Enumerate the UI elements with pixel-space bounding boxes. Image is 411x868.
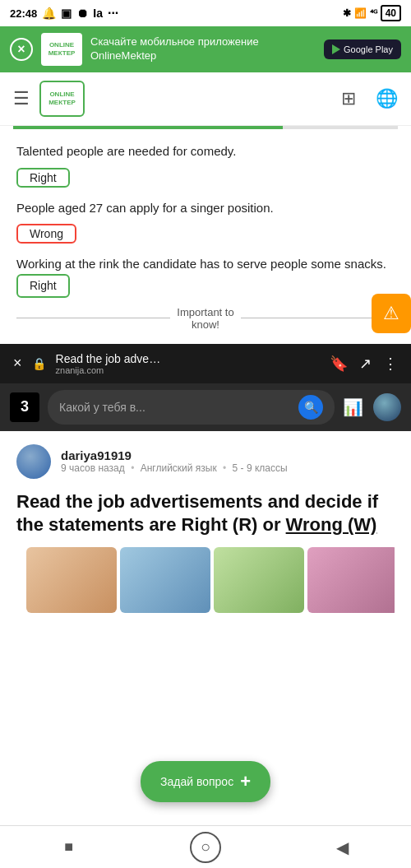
important-section: Important to know! ⚠ xyxy=(16,306,395,331)
nav-back-button[interactable]: ◀ xyxy=(326,831,358,864)
bookmark-icon[interactable]: 🔖 xyxy=(330,355,348,373)
underline-word: Wrong (W) xyxy=(286,514,377,535)
user-info-row: dariya91919 9 часов назад • Английский я… xyxy=(16,444,395,479)
analytics-icon[interactable]: 📊 xyxy=(343,397,363,417)
more-icon: ··· xyxy=(108,6,118,21)
hamburger-icon[interactable]: ☰ xyxy=(13,88,30,109)
strip-image-2 xyxy=(120,547,210,613)
strip-image-1 xyxy=(26,547,117,613)
left-line xyxy=(16,318,170,318)
dot-separator-2: • xyxy=(223,462,226,474)
strip-image-4 xyxy=(307,547,395,613)
square-icon: ■ xyxy=(64,838,73,856)
search-icon: 🔍 xyxy=(304,401,318,414)
nav-home-button[interactable]: ○ xyxy=(190,832,221,863)
question-title: Read the job advertisements and decide i… xyxy=(16,490,395,537)
tab-info: Read the job adve… znanija.com xyxy=(56,352,320,375)
user-details: dariya91919 9 часов назад • Английский я… xyxy=(61,448,395,474)
page-content: dariya91919 9 часов назад • Английский я… xyxy=(0,431,411,633)
answer-badge-1[interactable]: Right xyxy=(16,168,70,188)
circle-icon: ○ xyxy=(201,838,210,856)
answer-badge-2[interactable]: Wrong xyxy=(16,224,76,244)
answer-badge-3[interactable]: Right xyxy=(16,274,70,298)
logo-3: 3 xyxy=(10,392,39,422)
search-button[interactable]: 🔍 xyxy=(298,395,323,420)
statement-3: Working at the rink the candidate has to… xyxy=(16,255,395,298)
image-strip xyxy=(16,541,395,620)
signal-icon: 📶 xyxy=(354,7,367,19)
tab-action-icons: 🔖 ↗ ⋮ xyxy=(330,355,398,373)
strip-image-3 xyxy=(214,547,304,613)
tab-title: Read the job adve… xyxy=(56,352,320,365)
app-download-banner: × ONLINE МЕКТEP Скачайте мобильное прило… xyxy=(0,26,411,72)
search-input-placeholder: Какой у тебя в... xyxy=(59,401,292,414)
statement-2: People aged 27 can apply for a singer po… xyxy=(16,199,395,218)
nav-logo[interactable]: ONLINE МЕКТEP xyxy=(39,81,85,117)
play-triangle-icon xyxy=(332,44,340,54)
user-avatar xyxy=(16,444,51,479)
tab-close-button[interactable]: × xyxy=(13,355,22,372)
screen-icon: ▣ xyxy=(61,7,72,20)
ask-question-fab[interactable]: Задай вопрос + xyxy=(141,761,270,802)
back-icon: ◀ xyxy=(336,838,349,857)
data-icon: Ia xyxy=(93,7,103,20)
network-icon: ⁴ᴳ xyxy=(370,8,377,19)
avatar[interactable] xyxy=(373,393,401,421)
browser-tab-bar: × 🔒 Read the job adve… znanija.com 🔖 ↗ ⋮ xyxy=(0,344,411,383)
globe-icon[interactable]: 🌐 xyxy=(376,88,398,109)
dot-separator: • xyxy=(131,462,134,474)
banner-close-button[interactable]: × xyxy=(10,38,33,61)
tab-domain: znanija.com xyxy=(56,365,320,375)
share-icon[interactable]: ↗ xyxy=(359,355,372,373)
subject: Английский язык xyxy=(141,462,217,474)
grid-icon[interactable]: ⊞ xyxy=(341,88,356,109)
warning-fab-button[interactable]: ⚠ xyxy=(372,294,411,333)
banner-logo: ONLINE МЕКТEP xyxy=(41,33,82,66)
google-play-button[interactable]: Google Play xyxy=(324,39,401,59)
warning-triangle-icon: ⚠ xyxy=(383,303,399,324)
statement-1: Talented people are needed for comedy. xyxy=(16,142,395,161)
search-bar: 3 Какой у тебя в... 🔍 📊 xyxy=(0,383,411,431)
status-bar: 22:48 🔔 ▣ ⏺ Ia ··· ✱ 📶 ⁴ᴳ 40 xyxy=(0,0,411,26)
banner-text: Скачайте мобильное приложение OnlineMekt… xyxy=(90,35,316,63)
battery-display: 40 xyxy=(381,5,401,21)
time-display: 22:48 xyxy=(10,7,37,20)
record-icon: ⏺ xyxy=(76,7,88,20)
username: dariya91919 xyxy=(61,448,395,462)
user-meta: 9 часов назад • Английский язык • 5 - 9 … xyxy=(61,462,395,474)
avatar-image xyxy=(373,393,401,421)
search-input-box[interactable]: Какой у тебя в... 🔍 xyxy=(48,390,335,425)
search-bar-icons: 📊 xyxy=(343,393,401,421)
important-text: Important to know! xyxy=(170,306,240,331)
lock-icon: 🔒 xyxy=(32,357,46,370)
menu-icon[interactable]: ⋮ xyxy=(383,355,398,373)
level: 5 - 9 классы xyxy=(233,462,288,474)
fab-label: Задай вопрос xyxy=(160,775,233,788)
time-ago: 9 часов назад xyxy=(61,462,125,474)
bluetooth-icon: ✱ xyxy=(343,7,351,19)
bottom-nav: ■ ○ ◀ xyxy=(0,825,411,868)
navigation-bar: ☰ ONLINE МЕКТEP ⊞ 🌐 xyxy=(0,72,411,126)
fab-plus-icon: + xyxy=(240,771,251,792)
quiz-content: Talented people are needed for comedy. R… xyxy=(0,129,411,344)
nav-back-square-button[interactable]: ■ xyxy=(53,831,85,864)
notification-icon: 🔔 xyxy=(42,7,56,20)
